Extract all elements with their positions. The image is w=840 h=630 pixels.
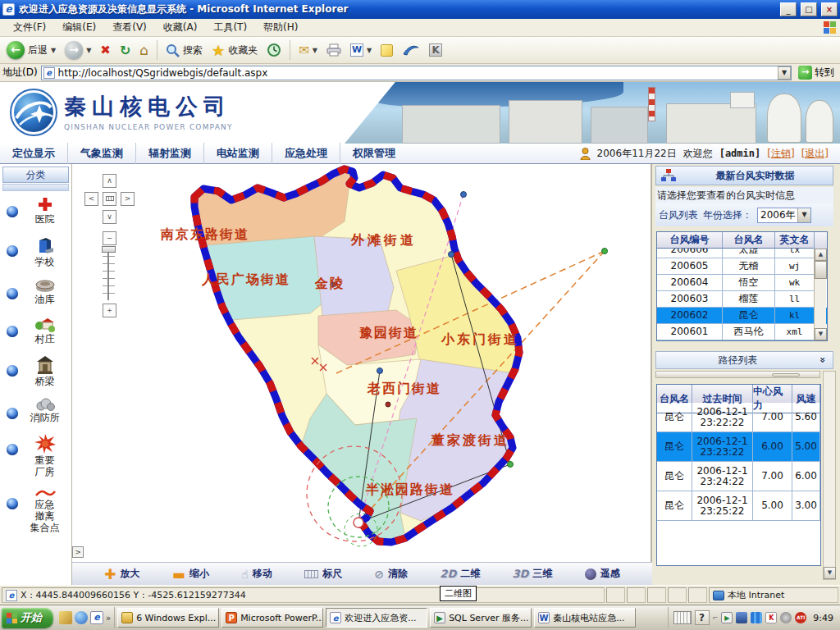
path-list-header[interactable]: 路径列表 » [655,351,833,369]
close-button[interactable]: × [821,2,838,16]
scroll-down-icon[interactable]: ▼ [815,328,827,340]
menu-tools[interactable]: 工具(T) [205,18,255,37]
print-button[interactable] [323,42,345,58]
map-pan-button[interactable]: ☝移动 [241,567,272,581]
sidebar-item-assembly-point[interactable]: 应急 撤离 集合点 [7,488,71,533]
full-extent-button[interactable] [103,192,116,206]
tab-positioning[interactable]: 定位显示 [0,143,68,164]
stop-button[interactable]: ✖ [97,41,114,59]
forward-button[interactable]: → ▼ [62,39,94,61]
menu-help[interactable]: 帮助(H) [255,18,306,37]
menu-favorites[interactable]: 收藏(A) [155,18,206,37]
table-row[interactable]: 昆仑2006-12-1 23:24:227.006.00 [657,462,820,491]
sidebar-item-hospital[interactable]: 医院 [7,196,71,225]
pan-up-button[interactable]: ∧ [103,174,116,188]
pan-down-button[interactable]: ∨ [103,210,116,224]
taskbar-button-ie-active[interactable]: e 欢迎进入应急资... [326,608,427,628]
typhoon-table-scrollbar[interactable]: ▲ ▼ [814,249,826,340]
forward-dropdown-icon[interactable]: ▼ [86,47,91,54]
zoom-slider-handle[interactable] [102,246,116,253]
quick-launch-overflow-icon[interactable]: » [106,614,111,623]
year-select[interactable]: 2006年 ▼ [757,208,811,223]
map-2d-button[interactable]: 2D二维 [440,567,480,581]
help-tray-button[interactable]: ? [695,610,710,625]
zoom-in-step-button[interactable]: ＋ [103,304,116,317]
swoosh-button[interactable] [399,42,423,58]
logout-link[interactable]: [注销] [767,147,794,161]
address-input[interactable]: e http://localhost/QSgridwebgis/default.… [41,66,792,80]
favorites-button[interactable]: ★ 收藏夹 [208,40,261,61]
map-zoom-out-button[interactable]: ▬缩小 [172,566,209,582]
tray-antivirus-icon[interactable]: K [765,612,777,623]
map-viewport[interactable]: 南京东路街道 外滩街道 人民广场街道 金陵 豫园街道 小东门街道 老西门街道 董… [72,164,652,585]
tab-radiation[interactable]: 辐射监测 [136,143,204,164]
table-row[interactable]: 200601西马伦xml [657,324,827,340]
keyboard-layout-icon[interactable] [673,611,692,624]
back-dropdown-icon[interactable]: ▼ [51,47,56,54]
map-remote-sensing-button[interactable]: 遥感 [585,567,620,581]
quick-launch-icon[interactable] [75,611,88,624]
exit-link[interactable]: [退出] [801,147,829,161]
table-row[interactable]: 昆仑2006-12-1 23:23:226.005.00 [657,432,820,462]
tray-ati-icon[interactable]: ATI [795,612,806,623]
edit-dropdown-icon[interactable]: ▼ [367,47,372,54]
scroll-down-icon[interactable]: ▼ [824,567,836,579]
menu-view[interactable]: 查看(V) [104,18,155,37]
map-clear-button[interactable]: ⊘清除 [374,567,408,581]
map-zoom-in-button[interactable]: ✚放大 [104,566,139,582]
k-tool-button[interactable]: K [426,42,445,58]
start-button[interactable]: 开始 [2,608,53,628]
zoom-slider[interactable] [103,249,115,300]
table-row[interactable]: 昆仑2006-12-1 23:25:225.003.00 [657,491,820,521]
back-button[interactable]: ← 后退 ▼ [3,39,59,61]
sidebar-collapse-button[interactable]: > [72,546,84,558]
table-row[interactable]: 200602昆仑kl [657,308,827,324]
zoom-out-step-button[interactable]: − [103,231,116,245]
scroll-up-icon[interactable]: ▲ [815,249,827,261]
tray-grid-icon[interactable] [751,612,762,623]
district-map[interactable]: 南京东路街道 外滩街道 人民广场街道 金陵 豫园街道 小东门街道 老西门街道 董… [72,164,652,562]
sidebar-item-oil-depot[interactable]: 油库 [7,278,71,305]
taskbar-button-word[interactable]: W 秦山核电站应急... [534,608,636,628]
sidebar-item-bridge[interactable]: 桥梁 [7,355,71,387]
minimize-button[interactable]: _ [780,2,797,16]
go-button[interactable]: → 转到 [795,66,838,80]
table-row[interactable]: 200604悟空wk [657,275,827,291]
table-row[interactable]: 200606太虚tx [657,249,827,258]
ie-quick-launch-icon[interactable]: e [90,611,103,624]
mail-button[interactable]: ✉▼ [295,41,321,59]
edit-word-button[interactable]: W▼ [347,42,375,58]
mail-dropdown-icon[interactable]: ▼ [313,47,317,54]
table-row[interactable]: 200603榴莲ll [657,291,827,308]
sidebar-item-key-plant[interactable]: 重要 厂房 [7,434,71,477]
panel-scrollbar[interactable]: ▼ [823,371,836,580]
category-header[interactable]: 分类 [2,167,69,183]
home-button[interactable]: ⌂ [136,40,152,60]
tab-emergency[interactable]: 应急处理 [272,143,340,164]
menu-file[interactable]: 文件(F) [5,18,54,37]
panel-splitter[interactable] [655,371,820,378]
tray-network-icon[interactable] [736,612,747,623]
taskbar-button-sql-server[interactable]: ▶ SQL Server 服务... [430,608,532,628]
refresh-button[interactable]: ↻ [116,41,134,60]
tab-permissions[interactable]: 权限管理 [340,143,408,164]
search-button[interactable]: 搜索 [162,42,206,59]
sidebar-item-village[interactable]: 村庄 [7,316,71,345]
history-button[interactable] [263,41,285,59]
sidebar-item-school[interactable]: 学校 [7,235,71,267]
menu-edit[interactable]: 编辑(E) [54,18,104,37]
address-dropdown-icon[interactable]: ▼ [778,66,791,80]
pan-left-button[interactable]: < [84,192,98,206]
scroll-thumb[interactable] [815,261,827,279]
map-ruler-button[interactable]: 标尺 [304,567,342,581]
maximize-button[interactable]: □ [801,2,817,16]
sidebar-item-fire-station[interactable]: 消防所 [7,398,71,423]
tab-station[interactable]: 电站监测 [204,143,272,164]
quick-launch-icon[interactable] [59,611,72,624]
taskbar-button-explorer-group[interactable]: 6 Windows Expl...▼ [117,608,219,628]
table-row[interactable]: 200605无稽wj [657,258,827,275]
tray-volume-icon[interactable] [780,612,792,623]
tray-expand-icon[interactable]: ⌐ [713,614,719,622]
table-row[interactable]: 昆仑2006-12-1 23:22:227.005.60 [657,403,820,432]
year-dropdown-icon[interactable]: ▼ [797,208,810,222]
